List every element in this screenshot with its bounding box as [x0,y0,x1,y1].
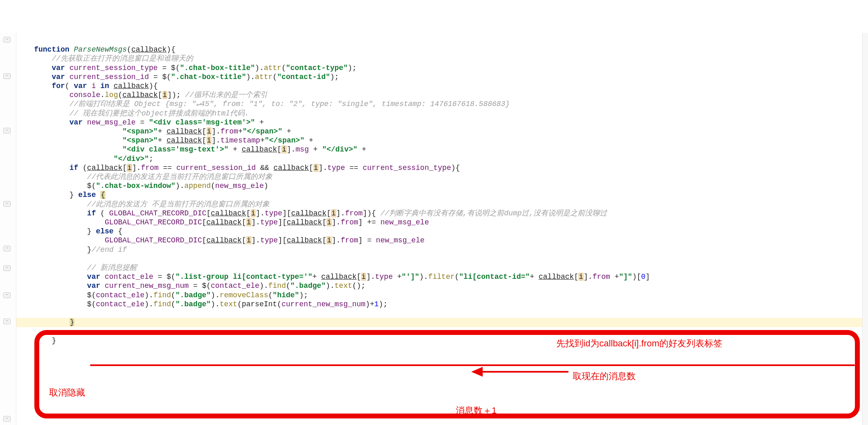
code-line: //先获取正在打开的消息窗口是和谁聊天的 [16,54,193,63]
code-line: var current_new_msg_num = $(contact_ele)… [16,282,365,290]
code-line: console.log(callback[i]); //循环出来的是一个索引 [16,91,268,99]
code-line: //前端打印结果是 Object {msg: "↵45", from: "1",… [16,100,510,108]
annotation-text: 取消隐藏 [49,387,85,399]
code-area[interactable]: function ParseNewMsgs(callback){ //先获取正在… [16,36,862,363]
function-name: ParseNewMsgs [74,45,127,54]
fold-marker[interactable]: − [3,73,11,79]
code-line: // 新消息提醒 [16,264,137,272]
code-line: if (callback[i].from == current_session_… [16,164,460,172]
code-line: "</div>"; [16,155,153,163]
fold-marker[interactable]: − [3,201,11,207]
fold-marker[interactable]: − [3,416,11,422]
fold-marker[interactable]: − [3,265,11,271]
fold-marker[interactable]: − [3,319,11,324]
fold-marker[interactable]: − [3,246,11,251]
comment: //先获取正在打开的消息窗口是和谁聊天的 [52,54,193,63]
gutter: − − − − − − − − − [0,33,16,425]
code-line: var current_session_type = $(".chat-box-… [16,64,357,72]
annotation-text: 先找到id为callback[i].from的好友列表标签 [556,337,722,350]
code-line: if ( GLOBAL_CHAT_RECORD_DIC[callback[i].… [16,209,607,217]
code-line: function ParseNewMsgs(callback){ [16,45,175,54]
code-line: for( var i in callback){ [16,82,158,90]
code-line: "<span>"+ callback[i].from+"</span>" + [16,127,291,136]
annotation-text: 取现在的消息数 [573,370,636,382]
code-line: } else { [16,191,106,199]
code-line: }//end if [16,246,127,254]
code-line: } [16,318,862,327]
code-line: // 现在我们要把这个object拼接成前端的html代码. [16,109,249,118]
code-line: $(contact_ele).find(".badge").removeClas… [16,291,308,299]
code-line: "<span>"+ callback[i].timestamp+"</span>… [16,136,313,145]
code-line: } else { [16,227,122,235]
param: callback [131,45,166,54]
code-line: GLOBAL_CHAT_RECORD_DIC[callback[i].type]… [16,218,429,226]
code-line: } [16,346,38,354]
code-line: var contact_ele = $(".list-group li[cont… [16,273,650,281]
keyword: function [34,45,69,54]
annotation-arrow-head [471,367,483,377]
vertical-scrollbar[interactable] [862,33,868,425]
fold-marker[interactable]: − [3,292,11,298]
code-line: $(".chat-box-window").append(new_msg_ele… [16,182,268,190]
code-line: //代表此消息的发送方是当前打开的消息窗口所属的对象 [16,173,272,181]
fold-marker[interactable]: − [3,37,11,43]
code-line: //此消息的发送方 不是当前打开的消息窗口所属的对象 [16,200,270,208]
code-line: "<div class='msg-text'>" + callback[i].m… [16,145,366,154]
annotation-text: 消息数＋1 [456,405,497,417]
code-line: var new_msg_ele = "<div class='msg-item'… [16,118,264,127]
annotation-arrow-shaft [480,371,569,373]
code-line: var current_session_id = $(".chat-box-ti… [16,73,339,81]
annotation-underline [90,364,855,366]
code-line: GLOBAL_CHAT_RECORD_DIC[callback[i].type]… [16,236,425,244]
code-line: } [16,337,56,345]
editor-viewport: − − − − − − − − − function ParseNewMsgs(… [0,33,868,425]
fold-marker[interactable]: − [3,128,11,133]
code-line: $(contact_ele).find(".badge").text(parse… [16,300,387,308]
